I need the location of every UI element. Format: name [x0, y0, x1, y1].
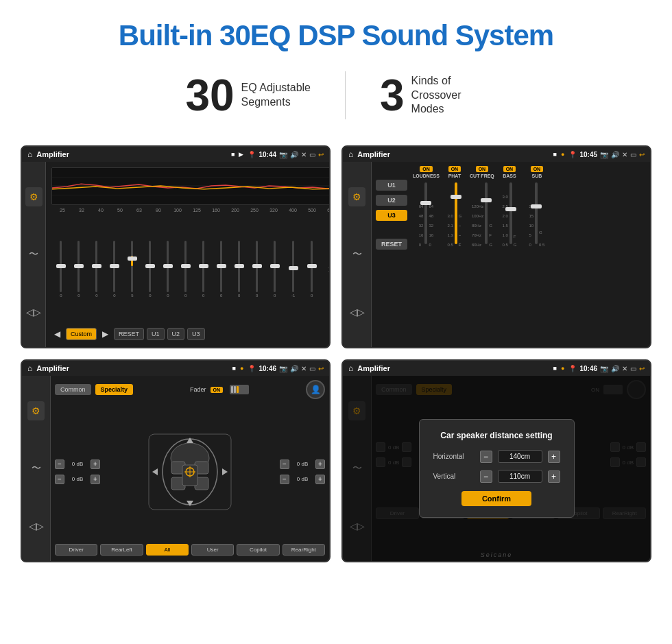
eq-slider-6[interactable]: 0 [149, 235, 151, 303]
speaker-sidebar-wave-icon[interactable]: 〜 [27, 458, 45, 479]
eq-slider-7[interactable]: 0 [167, 235, 169, 303]
eq-sidebar-wave-icon[interactable]: 〜 [25, 244, 43, 265]
freq-80: 80 [149, 208, 168, 213]
dsp-u2-btn[interactable]: U2 [376, 195, 407, 206]
eq-btn-reset[interactable]: RESET [114, 328, 144, 340]
bass-slider[interactable] [509, 182, 512, 244]
gain-2-plus-btn[interactable]: + [91, 475, 100, 484]
speaker-sidebar-eq-icon[interactable]: ⚙ [27, 401, 45, 420]
stat-crossover-number: 3 [380, 73, 405, 117]
eq-btn-u2[interactable]: U2 [167, 328, 185, 340]
dsp-left-sidebar: ⚙ 〜 ◁▷ [343, 162, 372, 347]
eq-sidebar-vol-icon[interactable]: ◁▷ [22, 302, 45, 322]
dsp-band-phat: ON PHAT 3.02.11.30.5 G [442, 166, 467, 247]
dialog-close-icon: ✕ [622, 365, 627, 372]
freq-500: 500 [302, 208, 322, 213]
dsp-record-icon: ■ [553, 151, 557, 158]
eq-slider-1[interactable]: 0 [60, 235, 62, 303]
vertical-minus-btn[interactable]: − [480, 470, 492, 483]
speaker-copilot-btn[interactable]: Copilot [237, 544, 279, 556]
cutfreq-slider[interactable] [485, 182, 488, 244]
eq-slider-13[interactable]: 0 [274, 235, 276, 303]
speaker-rearright-btn[interactable]: RearRight [283, 544, 325, 556]
eq-slider-8[interactable]: 0 [184, 235, 187, 303]
eq-slider-9[interactable]: 0 [202, 235, 204, 303]
page-title: Built-in 30EQ DSP Sound System [14, 19, 658, 52]
eq-btn-custom[interactable]: Custom [66, 328, 97, 340]
eq-slider-2[interactable]: 0 [77, 235, 80, 303]
dsp-u3-btn[interactable]: U3 [376, 210, 407, 221]
dsp-back-icon: ↩ [639, 151, 645, 158]
gain-2-minus-btn[interactable]: − [55, 475, 64, 484]
freq-320: 320 [264, 208, 283, 213]
bass-on-badge: ON [503, 166, 516, 172]
loudness-slider[interactable] [424, 182, 427, 244]
eq-next-icon[interactable]: ▶ [99, 329, 111, 339]
speaker-volume-icon: 🔊 [290, 365, 298, 372]
dialog-back-icon: ↩ [639, 365, 645, 372]
eq-slider-4[interactable]: 0 [113, 235, 115, 303]
gain-4-value: 0 dB [292, 476, 313, 482]
stat-crossover-label: Kinds ofCrossover Modes [411, 74, 487, 117]
dsp-screen-content: ⚙ 〜 ◁▷ U1 U2 U3 RESET [343, 162, 650, 347]
freq-100: 100 [168, 208, 187, 213]
speaker-sidebar-vol-icon[interactable]: ◁▷ [25, 516, 48, 536]
confirm-button[interactable]: Confirm [461, 491, 531, 506]
speaker-all-btn[interactable]: All [146, 544, 189, 556]
freq-630: 630 [322, 208, 331, 213]
freq-160: 160 [206, 208, 226, 213]
dsp-sidebar-eq-icon[interactable]: ⚙ [348, 187, 365, 206]
eq-sidebar-eq-icon[interactable]: ⚙ [25, 187, 43, 206]
eq-btn-u1[interactable]: U1 [147, 328, 165, 340]
dsp-dot-icon: ● [561, 151, 564, 158]
eq-slider-12[interactable]: 0 [256, 235, 258, 303]
eq-slider-14[interactable]: -1 [291, 235, 295, 303]
dsp-sidebar-vol-icon[interactable]: ◁▷ [346, 302, 369, 322]
dialog-volume-icon: 🔊 [611, 365, 619, 372]
eq-slider-15[interactable]: 0 [311, 235, 313, 303]
eq-slider-11[interactable]: 0 [238, 235, 240, 303]
dsp-reset-btn[interactable]: RESET [376, 239, 407, 250]
dsp-screen: ⌂ Amplifier ■ ● 📍 10:45 📷 🔊 ✕ ▭ ↩ ⚙ 〜 ◁▷ [341, 145, 651, 348]
fader-on-badge: ON [211, 387, 224, 393]
speaker-user-btn[interactable]: User [191, 544, 234, 556]
phat-label: PHAT [448, 174, 461, 178]
eq-prev-icon[interactable]: ◀ [51, 329, 63, 339]
dsp-home-icon[interactable]: ⌂ [348, 150, 353, 159]
freq-32: 32 [72, 208, 91, 213]
gain-1-plus-btn[interactable]: + [91, 460, 100, 469]
phat-slider[interactable] [455, 182, 457, 244]
cutfreq-num-labels: 120Hz100Hz80Hz70Hz60Hz [472, 204, 483, 247]
speaker-home-icon[interactable]: ⌂ [27, 363, 32, 373]
speaker-driver-btn[interactable]: Driver [55, 544, 97, 556]
speaker-common-tab[interactable]: Common [55, 384, 91, 395]
dsp-status-icons: 📍 10:45 📷 🔊 ✕ ▭ ↩ [568, 151, 645, 158]
gain-4-minus-btn[interactable]: − [280, 475, 289, 484]
dialog-home-icon[interactable]: ⌂ [348, 363, 353, 373]
speaker-dot-icon: ● [240, 365, 243, 372]
sub-slider[interactable] [535, 182, 538, 244]
eq-left-sidebar: ⚙ 〜 ◁▷ [22, 162, 46, 347]
dsp-sidebar-wave-icon[interactable]: 〜 [348, 244, 366, 265]
eq-btn-u3[interactable]: U3 [187, 328, 205, 340]
dsp-u1-btn[interactable]: U1 [376, 180, 407, 191]
gain-4-plus-btn[interactable]: + [315, 475, 325, 484]
freq-400: 400 [283, 208, 302, 213]
vertical-plus-btn[interactable]: + [548, 470, 560, 483]
dialog-screen: ⌂ Amplifier ■ ● 📍 10:46 📷 🔊 ✕ ▭ ↩ ⚙ 〜 ◁▷ [341, 359, 651, 562]
speaker-specialty-tab[interactable]: Specialty [95, 384, 134, 395]
horizontal-minus-btn[interactable]: − [480, 451, 492, 463]
eq-slider-3[interactable]: 0 [95, 235, 97, 303]
eq-slider-10[interactable]: 0 [220, 235, 222, 303]
home-icon[interactable]: ⌂ [27, 150, 32, 159]
gain-3-minus-btn[interactable]: − [280, 460, 289, 469]
gain-1-minus-btn[interactable]: − [55, 460, 64, 469]
horizontal-plus-btn[interactable]: + [548, 451, 560, 463]
dialog-screen-content: ⚙ 〜 ◁▷ Common Specialty ON 0 dB [343, 376, 650, 561]
speaker-rearleft-btn[interactable]: RearLeft [100, 544, 143, 556]
freq-50: 50 [110, 208, 130, 213]
dialog-status-icons: 📍 10:46 📷 🔊 ✕ ▭ ↩ [568, 365, 645, 372]
eq-slider-5[interactable]: 5 [131, 235, 133, 303]
eq-screen-content: ⚙ 〜 ◁▷ [22, 162, 329, 347]
gain-3-plus-btn[interactable]: + [315, 460, 325, 469]
